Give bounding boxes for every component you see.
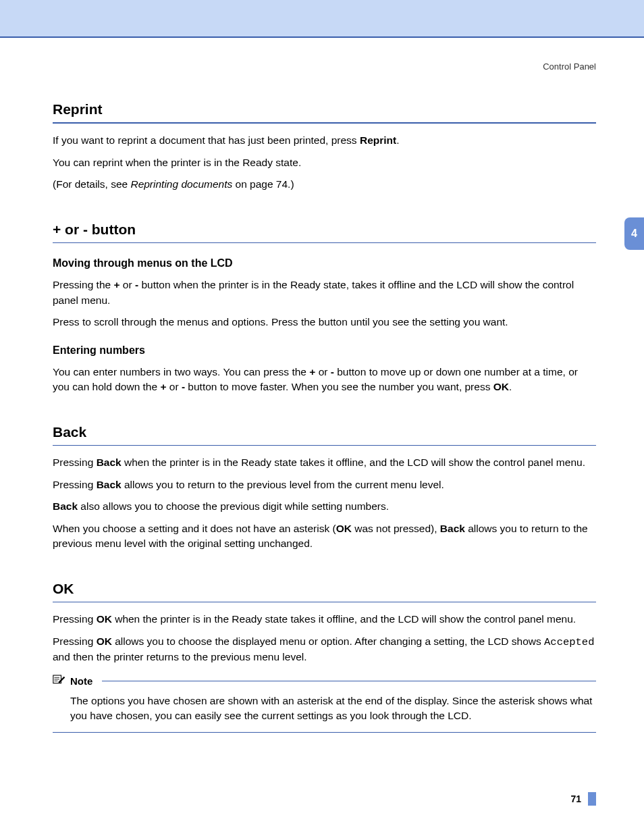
text-bold: Reprint xyxy=(360,134,396,146)
paragraph: Press to scroll through the menus and op… xyxy=(53,315,596,330)
paragraph: Pressing Back allows you to return to th… xyxy=(53,477,596,492)
text: also allows you to choose the previous d… xyxy=(78,500,389,512)
subheading-moving-menus: Moving through menus on the LCD xyxy=(53,255,596,271)
note-label: Note xyxy=(70,674,92,689)
text-bold: Back xyxy=(53,500,78,512)
subheading-entering-numbers: Entering numbers xyxy=(53,342,596,358)
note-body: The options you have chosen are shown wi… xyxy=(53,689,596,731)
paragraph: Pressing Back when the printer is in the… xyxy=(53,455,596,470)
text: When you choose a setting and it does no… xyxy=(53,523,336,534)
note-header: Note xyxy=(53,673,596,689)
text: when the printer is in the Ready state t… xyxy=(122,457,585,468)
top-header-band xyxy=(0,0,644,38)
text: and then the printer returns to the prev… xyxy=(53,651,307,662)
text: Pressing xyxy=(53,479,97,490)
paragraph: (For details, see Reprinting documents o… xyxy=(53,177,596,192)
text: was not pressed), xyxy=(352,523,440,534)
text-bold: Back xyxy=(97,457,122,468)
heading-rule xyxy=(53,445,596,446)
text: (For details, see xyxy=(53,178,130,190)
paragraph: If you want to reprint a document that h… xyxy=(53,133,596,148)
page-content: Control Panel Reprint If you want to rep… xyxy=(0,38,644,733)
text: Pressing xyxy=(53,635,97,647)
text: . xyxy=(509,381,512,392)
text-italic: Reprinting documents xyxy=(130,178,232,190)
heading-reprint: Reprint xyxy=(53,99,596,120)
page-number: 71 xyxy=(570,792,581,806)
text: or xyxy=(166,381,181,392)
paragraph: You can enter numbers in two ways. You c… xyxy=(53,365,596,395)
text-bold: OK xyxy=(97,635,112,647)
note-pencil-icon xyxy=(53,673,66,689)
text: when the printer is in the Ready state t… xyxy=(112,613,576,625)
text-bold: Back xyxy=(97,479,122,490)
paragraph: When you choose a setting and it does no… xyxy=(53,521,596,552)
heading-rule xyxy=(53,602,596,602)
text: or xyxy=(120,279,135,290)
text-bold: OK xyxy=(493,381,509,392)
section-label: Control Panel xyxy=(53,61,596,74)
text-bold: + xyxy=(309,366,315,377)
text-bold: OK xyxy=(336,523,352,534)
note-top-rule xyxy=(102,681,596,681)
text: allows you to choose the displayed menu … xyxy=(112,635,544,647)
paragraph: Pressing OK allows you to choose the dis… xyxy=(53,634,596,665)
chapter-number: 4 xyxy=(631,226,637,241)
text-mono: Accepted xyxy=(544,636,594,648)
text: or xyxy=(315,366,330,377)
heading-ok: OK xyxy=(53,579,596,599)
heading-rule xyxy=(53,122,596,124)
text: You can enter numbers in two ways. You c… xyxy=(53,366,309,377)
heading-plus-minus: + or - button xyxy=(53,219,596,240)
text: button to move faster. When you see the … xyxy=(185,381,493,392)
page-footer: 71 xyxy=(570,792,596,806)
heading-back: Back xyxy=(53,422,596,442)
paragraph: Pressing OK when the printer is in the R… xyxy=(53,612,596,627)
paragraph: You can reprint when the printer is in t… xyxy=(53,155,596,170)
text-bold: OK xyxy=(97,613,112,625)
paragraph: Back also allows you to choose the previ… xyxy=(53,499,596,514)
text: allows you to return to the previous lev… xyxy=(122,479,444,490)
heading-rule xyxy=(53,242,596,243)
text: If you want to reprint a document that h… xyxy=(53,134,360,146)
text-bold: + xyxy=(113,279,119,290)
chapter-tab: 4 xyxy=(624,217,644,250)
text: Pressing xyxy=(53,613,97,625)
text: Pressing xyxy=(53,457,97,468)
text: on page 74.) xyxy=(232,178,294,190)
note-block: Note The options you have chosen are sho… xyxy=(53,673,596,732)
text: Pressing the xyxy=(53,279,113,290)
text-bold: Back xyxy=(440,523,465,534)
paragraph: Pressing the + or - button when the prin… xyxy=(53,278,596,308)
text: . xyxy=(396,134,399,146)
page-corner-mark xyxy=(588,792,596,806)
note-bottom-rule xyxy=(53,732,596,733)
